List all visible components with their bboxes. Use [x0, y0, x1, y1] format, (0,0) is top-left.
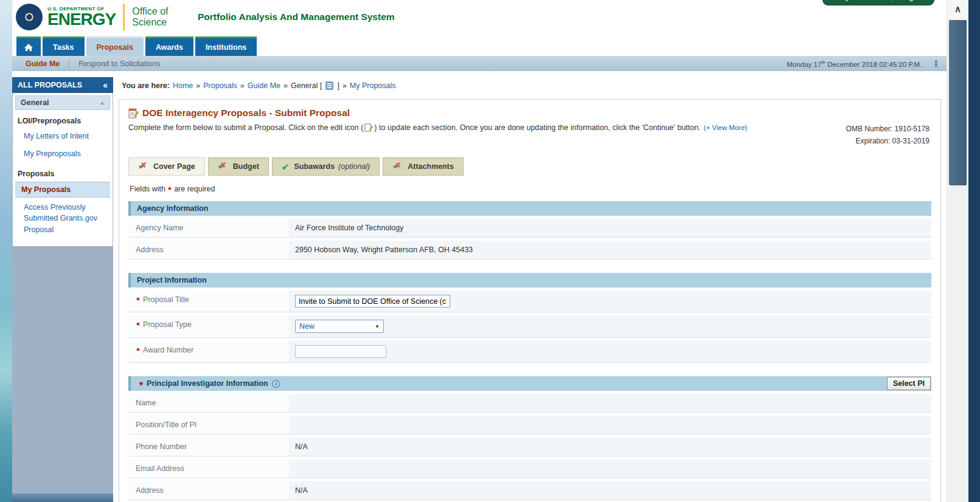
- required-star-icon: ★: [137, 380, 147, 387]
- secondary-nav: Guide Me Respond to Solicitations Monday…: [12, 56, 947, 71]
- omb-expiration: Expiration: 03-31-2019: [846, 135, 930, 147]
- logout-button[interactable]: Logout: [900, 0, 924, 1]
- omb-number: OMB Number: 1910-5178: [846, 123, 930, 135]
- section-header-project: Project Information: [128, 273, 931, 287]
- page-title: DOE Interagency Proposals - Submit Propo…: [142, 108, 350, 119]
- required-star-icon: ★: [165, 185, 174, 191]
- field-label-pi-position: Position/Title of PI: [128, 416, 289, 434]
- award-number-input[interactable]: [295, 345, 386, 358]
- username-button[interactable]: BenjaminMoore: [833, 0, 885, 1]
- datetime-display: Monday 17th December 2018 02:45:20 P.M.: [787, 60, 922, 68]
- sidebar: ALL PROPOSALS « General ▲ LOI/Preproposa…: [12, 77, 113, 502]
- nav-tab-proposals[interactable]: Proposals: [86, 36, 144, 56]
- tab-budget[interactable]: ✔ ✘ Budget: [208, 157, 269, 176]
- doe-seal-icon: [16, 4, 43, 30]
- nav-tab-tasks[interactable]: Tasks: [43, 36, 85, 56]
- logo-divider: [123, 4, 125, 30]
- table-row: Phone Number N/A: [128, 438, 931, 456]
- field-label-pi-phone: Phone Number: [128, 438, 289, 456]
- vertical-scrollbar[interactable]: ∧: [947, 0, 968, 502]
- breadcrumb-my-proposals[interactable]: My Proposals: [350, 81, 396, 90]
- field-value-pi-name: [289, 394, 931, 412]
- sidebar-title: ALL PROPOSALS: [18, 81, 82, 89]
- section-header-pi: ★ Principal Investigator Information i S…: [128, 376, 931, 391]
- doe-logo[interactable]: U.S. DEPARTMENT OF ENERGY Office of Scie…: [16, 4, 169, 30]
- proposal-type-select[interactable]: New ▼: [295, 320, 384, 333]
- required-star-icon: ★: [136, 296, 143, 302]
- subnav-divider: [69, 59, 69, 68]
- user-menu[interactable]: BenjaminMoore Logout: [822, 0, 934, 5]
- field-value-pi-position: [289, 416, 931, 434]
- subnav-respond-to-solicitations[interactable]: Respond to Solicitations: [78, 60, 160, 68]
- sidebar-item-my-letters-of-intent[interactable]: My Letters of Intent: [15, 128, 110, 145]
- field-value-pi-email: [289, 459, 931, 478]
- accordion-triangle-icon: ▲: [100, 100, 105, 106]
- breadcrumb-home[interactable]: Home: [173, 81, 193, 90]
- primary-nav: Tasks Proposals Awards Institutions: [12, 36, 947, 56]
- window-edge-strip: [968, 0, 980, 502]
- incomplete-check-icon: ✔ ✘: [138, 162, 148, 171]
- nav-tab-institutions[interactable]: Institutions: [195, 36, 257, 56]
- view-more-link[interactable]: (+ View More): [704, 124, 748, 131]
- table-row: Position/Title of PI: [128, 416, 931, 435]
- sidebar-group-proposals: Proposals: [15, 163, 110, 181]
- sidebar-item-access-grants-gov[interactable]: Access Previously Submitted Grants.gov P…: [15, 199, 110, 239]
- table-row: Agency Name Air Force Institute of Techn…: [128, 219, 931, 238]
- page-description: Complete the form below to submit a Prop…: [128, 123, 931, 132]
- tab-cover-page[interactable]: ✔ ✘ Cover Page: [128, 157, 205, 176]
- field-label-proposal-type: ★Proposal Type: [128, 315, 289, 337]
- subnav-guide-me[interactable]: Guide Me: [26, 60, 60, 68]
- sidebar-item-my-preproposals[interactable]: My Preproposals: [15, 145, 110, 163]
- proposal-title-input[interactable]: [295, 295, 450, 308]
- breadcrumb-guide-me[interactable]: Guide Me: [248, 81, 280, 90]
- field-label-pi-email: Email Address: [128, 459, 289, 478]
- table-row: Address N/A: [128, 481, 931, 500]
- user-menu-divider: [892, 0, 893, 2]
- complete-check-icon: ✔: [282, 162, 290, 171]
- sidebar-group-loi: LOI/Preproposals: [15, 110, 110, 128]
- scrollbar-up-icon[interactable]: ∧: [947, 0, 968, 18]
- required-fields-note: Fields with★are required: [128, 185, 931, 193]
- field-label-proposal-title: ★Proposal Title: [128, 291, 289, 312]
- field-label-pi-address: Address: [128, 481, 289, 500]
- section-header-agency: Agency Information: [128, 201, 931, 216]
- field-label-pi-name: Name: [128, 394, 289, 412]
- table-row: Email Address: [128, 459, 931, 478]
- field-label-agency-address: Address: [128, 241, 289, 259]
- office-line2: Science: [132, 17, 168, 28]
- omb-info: OMB Number: 1910-5178 Expiration: 03-31-…: [846, 123, 930, 148]
- field-value-agency-name: Air Force Institute of Technology: [289, 219, 931, 237]
- field-value-pi-phone: N/A: [289, 438, 931, 456]
- breadcrumb: You are here: Home » Proposals » Guide M…: [122, 81, 396, 90]
- home-icon: [24, 43, 33, 52]
- edit-icon-inline: [364, 123, 373, 132]
- info-icon[interactable]: i: [272, 380, 280, 388]
- breadcrumb-list-icon[interactable]: [325, 81, 333, 90]
- collapse-chevron-icon[interactable]: ∧ ∧: [934, 60, 938, 67]
- office-line1: Office of: [132, 6, 168, 17]
- sidebar-collapse-icon[interactable]: «: [103, 80, 108, 90]
- sidebar-item-my-proposals[interactable]: My Proposals: [15, 182, 110, 198]
- required-star-icon: ★: [136, 346, 143, 352]
- sidebar-accordion-general[interactable]: General ▲: [15, 95, 110, 110]
- tab-subawards[interactable]: ✔ Subawards (optional): [272, 157, 380, 176]
- main-content-card: DOE Interagency Proposals - Submit Propo…: [119, 99, 941, 502]
- app-header: U.S. DEPARTMENT OF ENERGY Office of Scie…: [12, 0, 947, 36]
- breadcrumb-general: General [: [291, 81, 322, 90]
- app-title: Portfolio Analysis And Management System: [198, 12, 395, 22]
- breadcrumb-proposals[interactable]: Proposals: [203, 81, 237, 90]
- nav-tab-awards[interactable]: Awards: [145, 36, 193, 56]
- breadcrumb-prefix: You are here:: [122, 81, 170, 90]
- sidebar-header: ALL PROPOSALS «: [12, 77, 113, 93]
- select-pi-button[interactable]: Select PI: [887, 377, 931, 390]
- tab-attachments[interactable]: ✔ ✘ Attachments: [383, 157, 464, 176]
- required-star-icon: ★: [136, 321, 143, 327]
- table-row: Name: [128, 394, 931, 413]
- sidebar-bottom-strip: [12, 493, 113, 502]
- form-tabs: ✔ ✘ Cover Page ✔ ✘ Budget ✔ Subawards (o…: [128, 157, 931, 176]
- table-row: ★Proposal Title: [128, 291, 931, 312]
- table-row: ★Award Number: [128, 341, 931, 363]
- nav-tab-home[interactable]: [16, 36, 41, 56]
- field-value-agency-address: 2950 Hobson Way, Wright Patterson AFB, O…: [289, 241, 931, 259]
- scrollbar-thumb[interactable]: [949, 20, 967, 185]
